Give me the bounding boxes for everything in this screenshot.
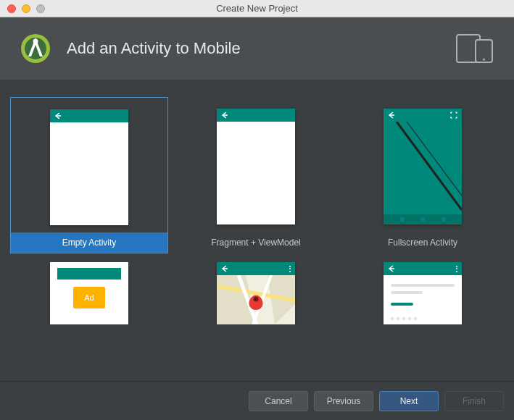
template-google-maps[interactable] xyxy=(177,262,335,324)
title-bar: Create New Project xyxy=(0,0,514,17)
template-label: Fullscreen Activity xyxy=(388,238,457,248)
wizard-footer: Cancel Previous Next Finish xyxy=(0,381,514,420)
finish-button: Finish xyxy=(444,391,504,411)
template-admob-ads[interactable]: Ad xyxy=(10,262,168,324)
template-preview: Ad xyxy=(50,262,128,324)
fullscreen-icon xyxy=(450,112,457,119)
kebab-icon xyxy=(456,266,457,272)
back-arrow-icon xyxy=(388,112,395,119)
window-title: Create New Project xyxy=(0,3,514,14)
cancel-button[interactable]: Cancel xyxy=(249,391,308,411)
back-arrow-icon xyxy=(388,265,395,272)
template-preview xyxy=(50,109,128,225)
svg-point-2 xyxy=(33,39,38,44)
back-arrow-icon xyxy=(221,265,228,272)
back-arrow-icon xyxy=(54,112,62,119)
svg-point-5 xyxy=(483,59,485,61)
template-preview xyxy=(384,262,462,324)
template-label: Fragment + ViewModel xyxy=(211,238,301,248)
template-grid: Empty Activity Fragment + ViewModel xyxy=(0,80,514,381)
next-button[interactable]: Next xyxy=(379,391,439,411)
template-preview xyxy=(384,109,462,224)
template-fragment-viewmodel[interactable]: Fragment + ViewModel xyxy=(177,97,335,253)
android-studio-logo-icon xyxy=(20,33,51,64)
window-body: Add an Activity to Mobile Empty Activity xyxy=(0,17,514,420)
template-login-activity[interactable] xyxy=(344,262,502,324)
template-preview xyxy=(217,262,295,324)
kebab-icon xyxy=(289,266,291,272)
template-preview xyxy=(217,109,295,224)
page-title: Add an Activity to Mobile xyxy=(67,39,241,58)
template-fullscreen-activity[interactable]: Fullscreen Activity xyxy=(344,97,502,253)
previous-button[interactable]: Previous xyxy=(314,391,373,411)
svg-line-7 xyxy=(407,122,462,196)
template-empty-activity[interactable]: Empty Activity xyxy=(10,97,168,253)
template-label: Empty Activity xyxy=(62,238,117,248)
nav-bar-icon xyxy=(384,214,462,224)
device-type-icon xyxy=(456,34,494,63)
back-arrow-icon xyxy=(221,112,228,119)
wizard-header: Add an Activity to Mobile xyxy=(0,17,514,80)
svg-line-6 xyxy=(397,122,462,210)
ad-badge: Ad xyxy=(73,287,105,308)
svg-point-11 xyxy=(254,297,259,302)
